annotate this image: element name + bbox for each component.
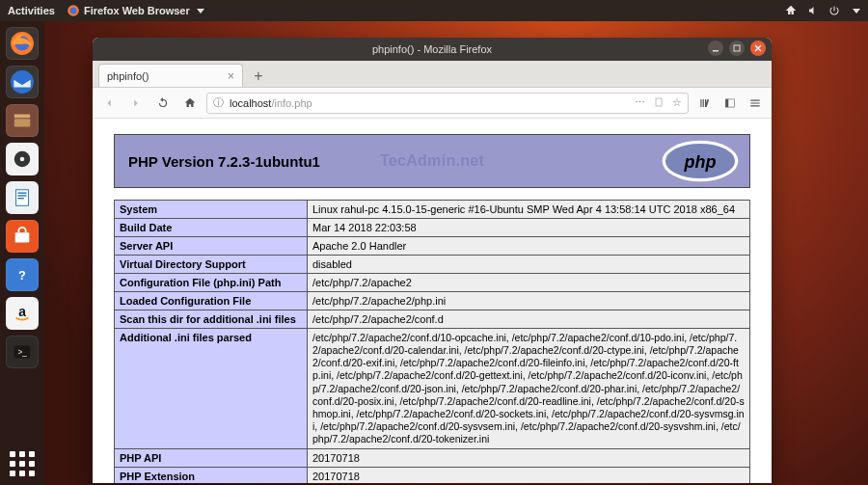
svg-rect-19 (713, 50, 719, 52)
svg-rect-10 (17, 193, 26, 194)
url-bar[interactable]: ⓘ localhost/info.php ⋯ ☆ (206, 93, 689, 114)
apps-grid-icon (9, 450, 36, 477)
row-key: Loaded Configuration File (115, 292, 308, 310)
row-key: Virtual Directory Support (115, 256, 308, 274)
url-path: /info.php (271, 97, 312, 109)
svg-text:php: php (683, 152, 716, 172)
software-icon (12, 226, 33, 247)
nav-home[interactable] (179, 93, 201, 114)
dock-firefox[interactable] (6, 27, 39, 60)
window-maximize[interactable] (729, 40, 745, 56)
volume-icon[interactable] (807, 5, 819, 16)
row-value: /etc/php/7.2/apache2/php.ini (308, 292, 750, 310)
page-content[interactable]: PHP Version 7.2.3-1ubuntu1 TecAdmin.net … (93, 119, 772, 483)
nav-back[interactable] (98, 93, 120, 114)
svg-rect-20 (734, 45, 740, 51)
phpinfo-table: SystemLinux rahul-pc 4.15.0-15-generic #… (114, 200, 750, 483)
window-close[interactable] (750, 40, 766, 56)
dock-help[interactable]: ? (6, 258, 39, 291)
row-value: /etc/php/7.2/apache2/conf.d/10-opcache.i… (308, 329, 750, 449)
reader-icon[interactable] (653, 96, 665, 110)
table-row: Additional .ini files parsed/etc/php/7.2… (115, 329, 750, 449)
dock: ? a >_ (0, 21, 44, 485)
amazon-icon: a (12, 303, 33, 324)
tab-close-icon[interactable]: × (228, 69, 234, 83)
table-row: PHP API20170718 (115, 449, 750, 468)
row-key: Build Date (115, 219, 308, 237)
table-row: Server APIApache 2.0 Handler (115, 237, 750, 256)
gnome-topbar: Activities Firefox Web Browser (0, 0, 868, 21)
window-titlebar[interactable]: phpinfo() - Mozilla Firefox (93, 38, 772, 61)
svg-rect-5 (14, 115, 31, 119)
library-icon[interactable] (694, 93, 716, 114)
row-key: Scan this dir for additional .ini files (115, 310, 308, 329)
navbar: ⓘ localhost/info.php ⋯ ☆ (93, 88, 772, 119)
dock-software[interactable] (6, 220, 39, 253)
row-key: Server API (115, 237, 308, 256)
dock-terminal[interactable]: >_ (6, 336, 39, 368)
music-icon (12, 148, 33, 170)
terminal-icon: >_ (12, 341, 33, 363)
app-menu-label: Firefox Web Browser (84, 5, 190, 16)
row-key: Additional .ini files parsed (115, 329, 308, 449)
firefox-icon (10, 31, 35, 56)
app-menu[interactable]: Firefox Web Browser (67, 4, 204, 17)
svg-rect-11 (17, 195, 26, 196)
nav-reload[interactable] (152, 93, 174, 114)
table-row: Loaded Configuration File/etc/php/7.2/ap… (115, 292, 750, 310)
table-row: Virtual Directory Supportdisabled (115, 256, 750, 274)
table-row: Configuration File (php.ini) Path/etc/ph… (115, 274, 750, 292)
nav-forward[interactable] (125, 93, 147, 114)
thunderbird-icon (10, 69, 35, 94)
dock-writer[interactable] (6, 181, 39, 214)
svg-rect-13 (15, 232, 30, 242)
bookmark-icon[interactable]: ☆ (672, 96, 682, 110)
svg-text:a: a (18, 305, 26, 319)
tab-label: phpinfo() (107, 70, 149, 82)
dock-rhythmbox[interactable] (6, 143, 39, 175)
svg-point-1 (69, 8, 76, 14)
tab-phpinfo[interactable]: phpinfo() × (98, 64, 243, 87)
system-menu-chevron-icon[interactable] (853, 9, 860, 13)
tabstrip: phpinfo() × + (93, 61, 772, 88)
svg-point-8 (20, 157, 25, 162)
svg-text:?: ? (18, 268, 26, 283)
row-value: /etc/php/7.2/apache2 (308, 274, 750, 292)
dock-amazon[interactable]: a (6, 297, 39, 330)
dock-files[interactable] (6, 104, 39, 137)
window-title: phpinfo() - Mozilla Firefox (372, 43, 492, 55)
row-key: Configuration File (php.ini) Path (115, 274, 308, 292)
row-value: Apache 2.0 Handler (308, 237, 750, 256)
php-version-header: PHP Version 7.2.3-1ubuntu1 (128, 153, 320, 170)
svg-rect-21 (656, 98, 662, 106)
table-row: Scan this dir for additional .ini files/… (115, 310, 750, 329)
page-actions-icon[interactable]: ⋯ (635, 96, 645, 110)
chevron-down-icon (197, 9, 204, 13)
power-icon[interactable] (828, 5, 840, 16)
row-key: PHP API (115, 449, 308, 468)
dock-thunderbird[interactable] (6, 66, 39, 98)
svg-rect-23 (725, 98, 728, 106)
show-applications[interactable] (9, 450, 36, 477)
menu-icon[interactable] (745, 93, 766, 114)
new-tab-button[interactable]: + (247, 66, 270, 87)
row-value: Linux rahul-pc 4.15.0-15-generic #16-Ubu… (308, 201, 750, 219)
sidebar-icon[interactable] (719, 93, 741, 114)
php-version-banner: PHP Version 7.2.3-1ubuntu1 TecAdmin.net … (114, 134, 750, 188)
site-info-icon[interactable]: ⓘ (213, 95, 224, 110)
row-value: disabled (308, 256, 750, 274)
url-host: localhost (230, 97, 271, 109)
table-row: Build DateMar 14 2018 22:03:58 (115, 219, 750, 237)
table-row: SystemLinux rahul-pc 4.15.0-15-generic #… (115, 201, 750, 219)
svg-rect-12 (17, 198, 23, 199)
help-icon: ? (12, 264, 33, 285)
network-icon[interactable] (784, 4, 798, 17)
row-value: 20170718 (308, 449, 750, 468)
firefox-window: phpinfo() - Mozilla Firefox phpinfo() × … (93, 38, 772, 483)
window-minimize[interactable] (708, 40, 723, 56)
files-icon (12, 110, 33, 131)
watermark-text: TecAdmin.net (380, 152, 484, 170)
svg-text:>_: >_ (17, 348, 27, 357)
svg-rect-6 (14, 119, 31, 126)
activities-button[interactable]: Activities (8, 5, 55, 16)
